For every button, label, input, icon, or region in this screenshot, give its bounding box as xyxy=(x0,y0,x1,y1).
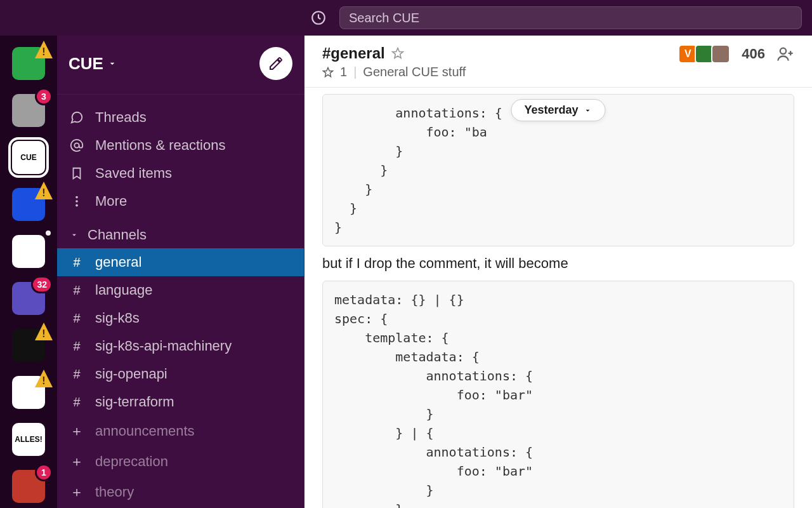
channel-topic[interactable]: General CUE stuff xyxy=(363,65,466,79)
channel-title[interactable]: #general xyxy=(322,44,385,62)
channels-section-header[interactable]: Channels xyxy=(57,220,304,248)
member-avatars[interactable]: V xyxy=(681,44,730,64)
nav-more[interactable]: More xyxy=(57,187,304,215)
nav-threads[interactable]: Threads xyxy=(57,104,304,131)
channel-label: sig-k8s xyxy=(95,310,140,326)
nav-list: Threads Mentions & reactions Saved items… xyxy=(57,95,304,220)
workspace-tile[interactable]: ALLES! xyxy=(12,423,45,456)
workspace-ws-green[interactable]: ! xyxy=(12,47,45,80)
add-people-button[interactable] xyxy=(776,45,794,63)
avatar xyxy=(711,44,730,64)
channel-label: sig-k8s-api-machinery xyxy=(95,338,232,354)
channel-list: #general#language#sig-k8s#sig-k8s-api-ma… xyxy=(57,248,304,507)
channel-header: #general 1 | General CUE stuff V 406 xyxy=(304,36,812,88)
nav-mentions-label: Mentions & reactions xyxy=(95,137,225,154)
hash-icon: # xyxy=(70,283,84,298)
bookmark-icon xyxy=(70,166,84,180)
nav-saved[interactable]: Saved items xyxy=(57,159,304,187)
plus-icon: ＋ xyxy=(70,422,84,441)
nav-saved-label: Saved items xyxy=(95,165,172,182)
hash-icon: # xyxy=(70,367,84,382)
hash-icon: # xyxy=(70,395,84,410)
date-divider[interactable]: Yesterday xyxy=(511,99,605,121)
channel-sig-k8s[interactable]: #sig-k8s xyxy=(57,304,304,332)
channel-label: sig-openapi xyxy=(95,366,167,382)
presence-dot xyxy=(44,229,53,237)
workspace-tile[interactable] xyxy=(12,235,45,268)
threads-icon xyxy=(70,110,84,124)
workspace-ws-alles[interactable]: ALLES! xyxy=(12,423,45,456)
hash-icon: # xyxy=(70,255,84,270)
search-placeholder: Search CUE xyxy=(349,11,419,25)
hash-icon: # xyxy=(70,339,84,354)
code-block[interactable]: metadata: {} | {} spec: { template: { me… xyxy=(322,281,794,508)
channel-label: general xyxy=(95,254,141,271)
channel-announcements[interactable]: ＋announcements xyxy=(57,416,304,446)
add-people-icon xyxy=(776,45,794,63)
compose-icon xyxy=(268,56,284,71)
compose-button[interactable] xyxy=(259,47,292,80)
svg-point-1 xyxy=(74,143,79,147)
workspace-header: CUE xyxy=(57,36,304,95)
channel-label: theory xyxy=(95,484,134,500)
plus-icon: ＋ xyxy=(70,452,84,471)
channel-label: announcements xyxy=(95,423,195,439)
channel-deprecation[interactable]: ＋deprecation xyxy=(57,446,304,477)
chevron-down-icon xyxy=(584,106,593,115)
workspace-ws-swirl[interactable]: ! xyxy=(12,376,45,409)
channel-sig-openapi[interactable]: #sig-openapi xyxy=(57,360,304,388)
chevron-down-icon xyxy=(107,58,117,69)
workspace-tile[interactable]: CUE xyxy=(12,141,45,174)
message-list[interactable]: Yesterday annotations: { foo: "ba } } } … xyxy=(304,88,812,508)
date-divider-label: Yesterday xyxy=(524,104,578,117)
nav-more-label: More xyxy=(95,193,127,210)
workspace-ws-sauer[interactable]: 3 xyxy=(12,94,45,127)
nav-mentions[interactable]: Mentions & reactions xyxy=(57,131,304,159)
workspace-ws-owl[interactable]: 32 xyxy=(12,282,45,315)
channel-language[interactable]: #language xyxy=(57,276,304,304)
pin-icon xyxy=(322,67,334,78)
channel-sig-terraform[interactable]: #sig-terraform xyxy=(57,388,304,416)
channel-sig-k8s-api-machinery[interactable]: #sig-k8s-api-machinery xyxy=(57,332,304,360)
star-button[interactable] xyxy=(391,47,404,60)
channel-label: sig-terraform xyxy=(95,394,174,410)
count-badge: 1 xyxy=(35,464,53,481)
member-count[interactable]: 406 xyxy=(742,46,765,62)
clock-icon xyxy=(310,10,327,26)
svg-point-5 xyxy=(780,48,786,54)
workspace-switcher[interactable]: CUE xyxy=(69,54,117,74)
nav-threads-label: Threads xyxy=(95,109,147,126)
count-badge: 3 xyxy=(35,88,53,105)
pinned-count[interactable]: 1 xyxy=(340,65,347,79)
top-bar: Search CUE xyxy=(0,0,812,36)
workspace-ws-gcloud[interactable] xyxy=(12,235,45,268)
svg-point-3 xyxy=(75,200,78,203)
mention-icon xyxy=(70,138,84,152)
workspace-ws-k8s[interactable]: ! xyxy=(12,188,45,221)
workspace-ws-gem[interactable]: ! xyxy=(12,329,45,362)
channel-label: language xyxy=(95,282,153,298)
svg-point-2 xyxy=(75,196,78,199)
star-icon xyxy=(391,47,404,60)
workspace-ws-cue[interactable]: CUE xyxy=(12,141,45,174)
workspace-name: CUE xyxy=(69,54,103,74)
content: #general 1 | General CUE stuff V 406 xyxy=(304,36,812,508)
message-text: but if I drop the comment, it will becom… xyxy=(322,255,794,272)
workspace-rail: !3CUE!32!!ALLES!1 xyxy=(0,36,57,508)
count-badge: 32 xyxy=(31,276,53,293)
history-button[interactable] xyxy=(308,7,329,29)
channels-header-label: Channels xyxy=(88,227,147,243)
channel-subheader: 1 | General CUE stuff xyxy=(322,65,466,79)
svg-point-4 xyxy=(75,204,78,207)
search-input[interactable]: Search CUE xyxy=(339,6,802,29)
channel-theory[interactable]: ＋theory xyxy=(57,477,304,507)
channel-general[interactable]: #general xyxy=(57,248,304,276)
hash-icon: # xyxy=(70,311,84,326)
plus-icon: ＋ xyxy=(70,483,84,502)
more-icon xyxy=(70,194,84,208)
workspace-ws-last[interactable]: 1 xyxy=(12,470,45,503)
caret-down-icon xyxy=(70,231,79,239)
sidebar: CUE Threads Mentions & reactions xyxy=(57,36,304,508)
channel-label: deprecation xyxy=(95,453,168,470)
